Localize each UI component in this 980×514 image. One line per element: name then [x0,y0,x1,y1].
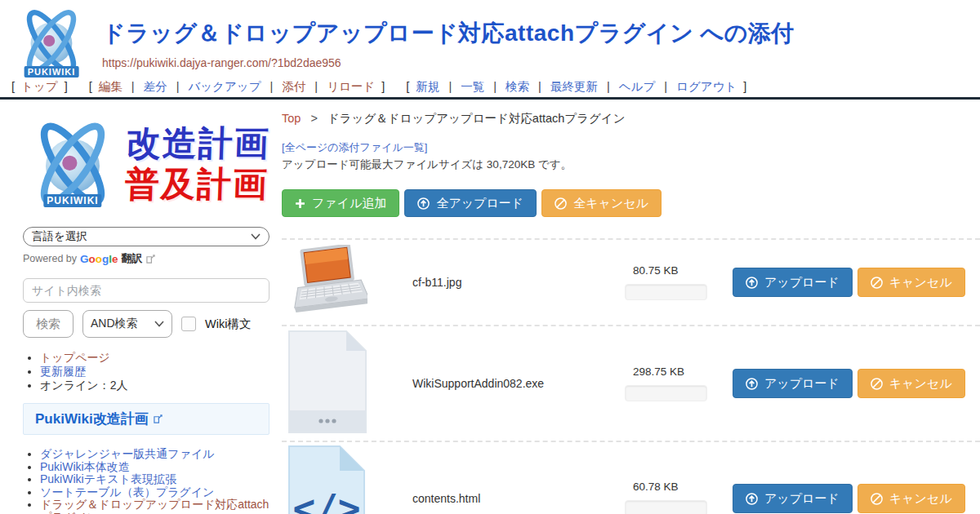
cancel-button[interactable]: キャンセル [858,268,965,297]
nav-link-list[interactable]: 一覧 [461,80,484,93]
breadcrumb-home-link[interactable]: Top [282,112,301,125]
bracket: ] [743,80,746,93]
sidebar-link-toppage[interactable]: トップページ [40,351,110,364]
logo-label: PUKIWIKI [43,194,101,207]
list-item: トップページ [40,351,270,365]
nav-link-diff[interactable]: 差分 [144,80,167,93]
breadcrumb-separator: > [310,112,317,125]
svg-text:</>: </> [292,486,360,514]
nav-link-logout[interactable]: ログアウト [676,80,737,93]
powered-by-text: Powered by [23,253,77,264]
search-button[interactable]: 検索 [23,310,74,338]
breadcrumb: Top > ドラッグ＆ドロップアップロード対応attachプラグイン [282,111,980,126]
bracket: [ [89,80,92,93]
progress-bar [625,385,707,401]
bracket: ] [65,80,68,93]
wiki-syntax-label: Wiki構文 [205,317,251,332]
sidebar-link-dnd-attach[interactable]: ドラッグ＆ドロップアップロード対応attachプラグイン [40,498,269,514]
nav-link-attach[interactable]: 添付 [282,80,305,93]
file-name: contents.html [412,492,625,505]
separator: | [664,80,667,93]
pukiwiki-kaizo-banner-link[interactable]: PukiWiki改造計画 [23,403,270,435]
cancel-icon [871,378,883,390]
list-item: 更新履歴 [40,365,270,379]
cancel-icon [871,493,883,505]
upload-button[interactable]: アップロード [733,369,853,398]
page-title: ドラッグ＆ドロップアップロード対応attachプラグイン への添付 [102,18,968,49]
toolbar-nav: [ トップ ] [ 編集 | 差分 | バックアップ | 添付 | リロード ]… [8,79,761,95]
separator: | [448,80,452,93]
translate-label: 翻訳 [122,251,143,266]
file-row: WikiSupportAddin082.exe 298.75 KB アップロード [282,325,980,441]
atom-logo-icon: PUKIWIKI [23,114,122,214]
sidebar: PUKIWIKI 改造計画 普及計画 言語を選択 Powered by Goog… [23,113,270,514]
list-item: PukiWiki本体改造 [40,461,270,474]
nav-link-new[interactable]: 新規 [416,80,439,93]
banner-kaizo-text: 改造計画 [126,123,271,164]
wiki-syntax-checkbox[interactable] [181,317,196,331]
upload-icon [746,493,758,505]
nav-link-backup[interactable]: バックアップ [188,80,261,93]
nav-divider [0,97,980,100]
sidebar-link-core-mod[interactable]: PukiWiki本体改造 [40,460,130,473]
promo-label: PukiWiki改造計画 [35,410,149,428]
pukiwiki-logo-link[interactable]: PUKIWIKI [13,3,90,80]
upload-button[interactable]: アップロード [733,484,853,513]
site-search-input[interactable] [23,278,270,303]
file-size: 80.75 KB [625,264,719,277]
add-files-button[interactable]: ファイル追加 [282,189,399,217]
bracket: ] [381,80,385,93]
bulk-action-row: ファイル追加 全アップロード 全キャンセル [282,189,980,217]
nav-link-edit[interactable]: 編集 [99,80,122,93]
upload-icon [746,378,758,390]
cancel-icon [555,197,567,210]
language-select[interactable]: 言語を選択 [23,227,270,246]
online-count: オンライン：2人 [40,379,127,392]
generic-file-icon [287,330,368,434]
sidebar-banner-link[interactable]: PUKIWIKI 改造計画 普及計画 [23,113,270,215]
nav-link-search[interactable]: 検索 [506,80,529,93]
separator: | [314,80,318,93]
bracket: [ [11,80,15,93]
nav-link-top[interactable]: トップ [21,80,58,93]
external-link-icon [146,255,155,264]
separator: | [538,80,541,93]
upload-icon [417,197,430,210]
file-name: WikiSupportAddin082.exe [412,377,625,390]
separator: | [176,80,180,93]
list-item: オンライン：2人 [40,379,270,392]
max-filesize-note: アップロード可能最大ファイルサイズは 30,720KB です。 [282,157,980,172]
cancel-button[interactable]: キャンセル [858,484,965,513]
search-mode-select[interactable]: AND検索 [82,310,172,338]
file-size: 60.78 KB [625,481,719,493]
page-url-link[interactable]: https://pukiwiki.dajya-ranger.com/?1bd2d… [102,56,341,69]
cancel-button[interactable]: キャンセル [858,369,965,398]
language-select-value: 言語を選択 [32,229,87,244]
separator: | [131,80,135,93]
upload-all-button[interactable]: 全アップロード [404,189,537,217]
sidebar-link-text-ext[interactable]: PukiWikiテキスト表現拡張 [40,472,176,485]
upload-button[interactable]: アップロード [733,268,853,297]
sidebar-link-history[interactable]: 更新履歴 [40,365,86,378]
separator: | [270,80,274,93]
sidebar-link-sort-table[interactable]: ソートテーブル（表）プラグイン [40,485,214,498]
upload-icon [746,277,758,289]
google-translate-attribution[interactable]: Powered by Google 翻訳 [23,251,270,266]
sidebar-link-common-files[interactable]: ダジャレンジャー版共通ファイル [40,447,215,460]
cancel-all-button[interactable]: 全キャンセル [541,189,662,217]
progress-bar [625,284,707,300]
upload-queue: cf-b11.jpg 80.75 KB アップロード [282,238,980,514]
nav-link-help[interactable]: ヘルプ [619,80,656,93]
list-item: ドラッグ＆ドロップアップロード対応attachプラグイン [40,498,270,514]
separator: | [607,80,610,93]
file-row: </> contents.html 60.78 KB アップロード [282,441,980,514]
all-attachments-link[interactable]: [全ページの添付ファイル一覧] [282,140,427,155]
search-mode-value: AND検索 [91,317,138,331]
breadcrumb-current: ドラッグ＆ドロップアップロード対応attachプラグイン [327,112,626,125]
list-item: ソートテーブル（表）プラグイン [40,486,270,499]
list-item: PukiWikiテキスト表現拡張 [40,473,270,486]
nav-link-recent[interactable]: 最終更新 [550,80,598,93]
chevron-down-icon [251,233,261,240]
nav-link-reload[interactable]: リロード [327,80,375,93]
logo-label: PUKIWIKI [24,66,79,78]
